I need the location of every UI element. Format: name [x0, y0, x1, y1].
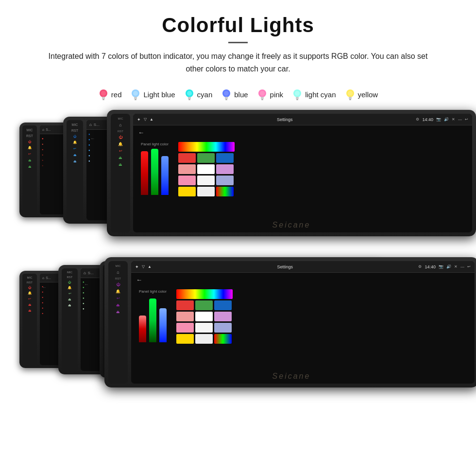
fwd2-f2[interactable]: ⏏ [116, 310, 120, 314]
g2-white2[interactable] [195, 334, 213, 344]
ic1-b4: 🔔 [28, 291, 32, 295]
color-grid-section-2 [176, 289, 233, 344]
vol-f2: 🔊 [446, 264, 451, 269]
g2-red[interactable] [176, 300, 194, 310]
d6: ● [42, 312, 43, 315]
rst-b5: RST [67, 276, 73, 279]
bar-green-2[interactable] [149, 299, 156, 342]
dg1: ● [83, 281, 85, 283]
undo-front[interactable]: ↩ [119, 149, 122, 153]
g2-purple[interactable] [214, 312, 232, 321]
grid-white[interactable] [197, 164, 215, 174]
home-f2[interactable]: ⌂ [117, 270, 119, 275]
bar-red-2[interactable] [139, 316, 146, 342]
g2-pink[interactable] [176, 323, 194, 333]
grid-white2[interactable] [197, 187, 215, 196]
color-item-yellow: yellow [345, 88, 378, 101]
rainbow-bar[interactable] [178, 142, 235, 152]
icon2-b3: ↩ [28, 152, 31, 156]
g2-yellow[interactable] [176, 334, 194, 344]
fwd1-front[interactable]: ⏏ [119, 156, 122, 160]
fwd2-front[interactable]: ⏏ [119, 162, 122, 167]
g2-green[interactable] [195, 300, 213, 310]
color-label-lightcyan: light cyan [305, 90, 336, 99]
bulb-icon-lightcyan [292, 88, 303, 101]
back-arrow-f2[interactable]: ← [136, 276, 142, 283]
svg-rect-2 [102, 97, 105, 99]
close-f2: ✕ [454, 264, 458, 269]
time-f2: 14:40 [425, 264, 436, 269]
color-item-red: red [98, 88, 122, 101]
grid-green[interactable] [197, 153, 215, 163]
g2-blue[interactable] [214, 300, 232, 310]
device-front: ✦ ▽ ▲ Settings ⚙ 14:40 📷 🔊 ✕ — ↩ ← Panel [107, 110, 476, 236]
content-f2: Panel light color [131, 286, 475, 384]
undo-f2[interactable]: ↩ [117, 296, 120, 300]
home-front[interactable]: ⌂ [119, 123, 121, 127]
color-indicators-row: red Light blue cyan blue [0, 88, 476, 101]
icon1-b2: 🔔 [73, 141, 77, 144]
bt-icon: ✦ [137, 117, 141, 122]
color-label-lightblue: Light blue [143, 90, 175, 99]
svg-point-5 [133, 91, 138, 96]
wifi-icon: ▽ [144, 117, 147, 122]
g2-white[interactable] [195, 312, 213, 321]
bar-red[interactable] [141, 151, 148, 195]
bell-f2[interactable]: 🔔 [116, 289, 120, 294]
bar-green[interactable] [151, 149, 158, 195]
bar-blue-2[interactable] [159, 308, 167, 342]
home-b4: ⌂ [42, 276, 44, 280]
svg-point-17 [260, 91, 265, 96]
rainbow-bar-2[interactable] [176, 289, 233, 299]
panel-light-section-2: Panel light color [139, 289, 167, 342]
grid-multicolor[interactable] [216, 187, 234, 196]
dg6: ● [83, 307, 85, 310]
dot-r4-b3: ● [42, 153, 44, 156]
dot-r6-b3: ● [42, 164, 44, 167]
left-strip-f2: MIC ⌂ RST ⏻ 🔔 ↩ ⏏ ⏏ [108, 261, 128, 384]
wifi-icon-f2: ▽ [142, 264, 145, 269]
bt-icon-f2: ✦ [135, 264, 139, 269]
color-label-cyan: cyan [197, 90, 213, 99]
back-arrow[interactable]: ← [138, 129, 144, 136]
pwr-front[interactable]: ⏻ [119, 135, 122, 140]
grid-yellow[interactable] [178, 187, 196, 196]
svg-rect-27 [349, 99, 351, 100]
svg-rect-3 [102, 99, 104, 100]
back-icon-top: ↩ [465, 117, 468, 122]
page-header: Colorful Lights Integrated with 7 colors… [0, 0, 476, 80]
bar-blue[interactable] [161, 156, 169, 195]
back-row-f2: ← [131, 273, 475, 286]
side-dots-b3: ● ● ● ● ● ● [41, 135, 45, 169]
topbar-front: ✦ ▽ ▲ Settings ⚙ 14:40 📷 🔊 ✕ — ↩ [133, 114, 472, 125]
ic4-b4: ⏏ [28, 309, 32, 313]
g2-lightgray[interactable] [195, 323, 213, 333]
pwr-b2: ⏻ [73, 135, 77, 138]
g2-lightred[interactable] [176, 312, 194, 321]
grid-pink[interactable] [178, 176, 196, 185]
bell-front[interactable]: 🔔 [118, 142, 123, 146]
g2-multicolor[interactable] [214, 334, 232, 344]
min-icon: — [458, 117, 462, 122]
svg-rect-15 [225, 99, 227, 100]
g2-lavender[interactable] [214, 323, 232, 333]
pwr-f2[interactable]: ⏻ [116, 282, 120, 287]
fwd1-f2[interactable]: ⏏ [116, 303, 120, 307]
mic-front: MIC [118, 117, 123, 120]
grid-lightgray[interactable] [197, 176, 215, 185]
home-b2: ⌂ [89, 123, 92, 127]
grid-purple[interactable] [216, 164, 234, 174]
color-grid-2 [176, 300, 233, 344]
grid-red[interactable] [178, 153, 196, 163]
title-b5: S... [88, 271, 94, 275]
main-content-front: Panel light color [133, 139, 472, 232]
device-row-2: ⌂ S... ← ● ● ● ● ● ● MIC RST ⏻ 🔔 ↩ ⏏ ⏏ [10, 257, 466, 405]
grid-lavender[interactable] [216, 176, 234, 185]
topbar-f2: ✦ ▽ ▲ Settings ⚙ 14:40 📷 🔊 ✕ — ↩ [131, 261, 475, 273]
cam-f2: 📷 [439, 264, 443, 269]
grid-lightred[interactable] [178, 164, 196, 174]
pwr-b4: ⏻ [28, 286, 32, 289]
mic-b2: MIC [72, 123, 78, 126]
grid-blue[interactable] [216, 153, 234, 163]
d4: ● [42, 301, 43, 304]
